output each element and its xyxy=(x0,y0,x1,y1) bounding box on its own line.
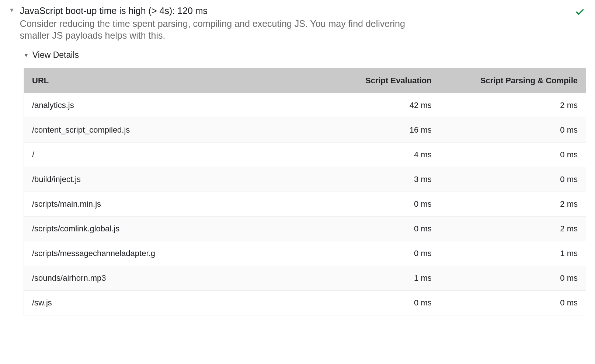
table-row: /sounds/airhorn.mp31 ms0 ms xyxy=(24,266,586,291)
bootup-time-table: URL Script Evaluation Script Parsing & C… xyxy=(24,68,586,315)
view-details-label: View Details xyxy=(32,50,79,60)
col-url: URL xyxy=(24,69,294,93)
details-toggle-icon: ▼ xyxy=(24,52,29,58)
col-parse: Script Parsing & Compile xyxy=(440,69,586,93)
cell-url: /scripts/messagechanneladapter.g xyxy=(24,241,294,266)
cell-url: /scripts/comlink.global.js xyxy=(24,217,294,241)
table-header-row: URL Script Evaluation Script Parsing & C… xyxy=(24,69,586,93)
cell-url: / xyxy=(24,143,294,167)
cell-url: /sw.js xyxy=(24,291,294,315)
cell-parse: 2 ms xyxy=(440,93,586,118)
cell-parse: 0 ms xyxy=(440,291,586,315)
table-row: /content_script_compiled.js16 ms0 ms xyxy=(24,118,586,143)
table-row: /build/inject.js3 ms0 ms xyxy=(24,167,586,192)
cell-eval: 42 ms xyxy=(294,93,440,118)
cell-eval: 0 ms xyxy=(294,291,440,315)
cell-parse: 2 ms xyxy=(440,192,586,217)
cell-parse: 1 ms xyxy=(440,241,586,266)
table-row: /scripts/comlink.global.js0 ms2 ms xyxy=(24,217,586,241)
audit-title: JavaScript boot-up time is high (> 4s): … xyxy=(20,5,411,16)
audit-heading-block: JavaScript boot-up time is high (> 4s): … xyxy=(20,5,411,41)
cell-parse: 0 ms xyxy=(440,167,586,192)
cell-parse: 0 ms xyxy=(440,118,586,143)
table-row: /scripts/messagechanneladapter.g0 ms1 ms xyxy=(24,241,586,266)
view-details-toggle[interactable]: ▼ View Details xyxy=(24,50,586,60)
cell-eval: 0 ms xyxy=(294,192,440,217)
audit-item: ▼ JavaScript boot-up time is high (> 4s)… xyxy=(0,0,595,330)
cell-url: /analytics.js xyxy=(24,93,294,118)
table-row: /4 ms0 ms xyxy=(24,143,586,167)
cell-eval: 0 ms xyxy=(294,241,440,266)
cell-parse: 0 ms xyxy=(440,266,586,291)
audit-toggle-icon[interactable]: ▼ xyxy=(9,5,15,15)
cell-url: /sounds/airhorn.mp3 xyxy=(24,266,294,291)
table-row: /analytics.js42 ms2 ms xyxy=(24,93,586,118)
cell-eval: 4 ms xyxy=(294,143,440,167)
cell-url: /build/inject.js xyxy=(24,167,294,192)
cell-eval: 0 ms xyxy=(294,217,440,241)
audit-description: Consider reducing the time spent parsing… xyxy=(20,18,411,41)
cell-parse: 2 ms xyxy=(440,217,586,241)
cell-eval: 3 ms xyxy=(294,167,440,192)
cell-parse: 0 ms xyxy=(440,143,586,167)
audit-details: ▼ View Details URL Script Evaluation Scr… xyxy=(24,50,586,315)
table-row: /sw.js0 ms0 ms xyxy=(24,291,586,315)
cell-eval: 16 ms xyxy=(294,118,440,143)
table-row: /scripts/main.min.js0 ms2 ms xyxy=(24,192,586,217)
status-pass-icon xyxy=(575,7,585,17)
col-eval: Script Evaluation xyxy=(294,69,440,93)
cell-url: /scripts/main.min.js xyxy=(24,192,294,217)
cell-url: /content_script_compiled.js xyxy=(24,118,294,143)
cell-eval: 1 ms xyxy=(294,266,440,291)
